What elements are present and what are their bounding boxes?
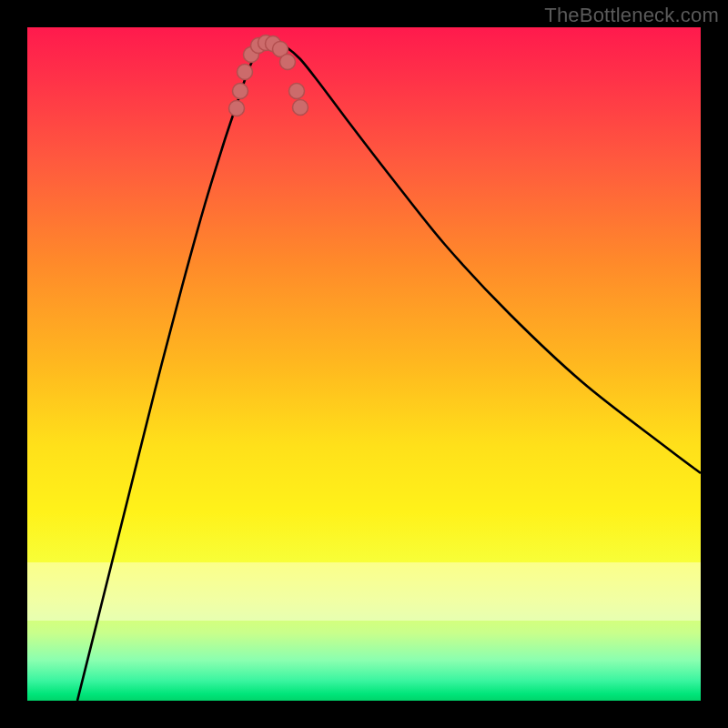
marker-point <box>280 55 296 70</box>
marker-point <box>233 84 248 99</box>
bottleneck-curve <box>77 41 701 701</box>
marker-point <box>229 101 245 116</box>
plot-area <box>27 27 701 701</box>
marker-group <box>229 35 308 116</box>
marker-point <box>238 65 253 80</box>
marker-point <box>293 100 308 116</box>
marker-point <box>289 84 305 99</box>
curve-layer <box>27 27 701 701</box>
watermark-text: TheBottleneck.com <box>544 4 719 27</box>
chart-frame: TheBottleneck.com <box>0 0 728 728</box>
